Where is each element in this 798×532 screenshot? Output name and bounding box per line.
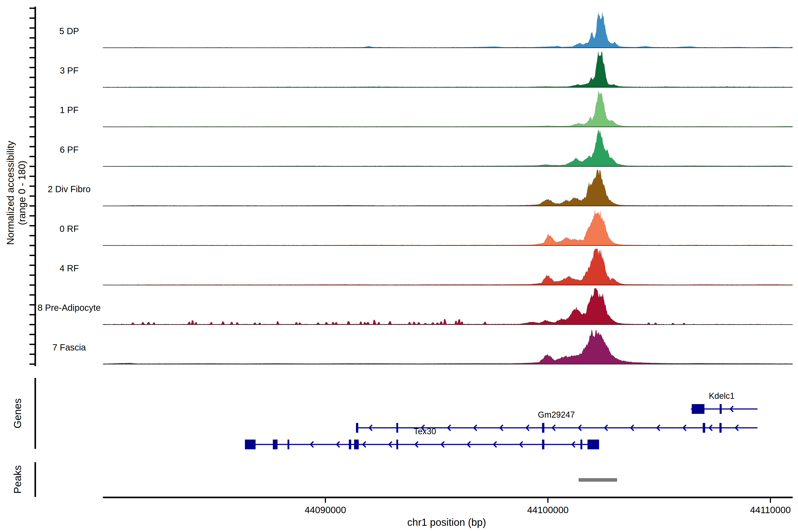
coverage-area [103,12,793,48]
x-axis-title: chr1 position (bp) [407,516,486,528]
gene-models: Kdelc1Gm29247Tex30 [245,391,758,449]
y-axis: Normalized accessibility (range 0 - 180) [5,7,35,366]
gene-exon [245,440,255,449]
gene-exon [349,440,352,449]
coverage-track-7-fascia: 7 Fascia [52,329,793,364]
coverage-track-4-rf: 4 RF [60,249,793,285]
track-label: 3 PF [60,65,78,75]
coverage-track-5-dp: 5 DP [59,12,793,48]
track-label: 7 Fascia [52,342,86,352]
track-label: 8 Pre-Adipocyte [38,303,101,312]
track-label: 1 PF [60,105,78,115]
coverage-track-6-pf: 6 PF [60,130,793,167]
coverage-track-1-pf: 1 PF [60,91,793,127]
x-tick-label: 44090000 [305,505,346,515]
peaks-section-label: Peaks [12,465,23,494]
gene-exon [720,423,722,433]
gene-label: Tex30 [414,427,436,436]
gene-exon [542,423,544,433]
gene-model-kdelc1: Kdelc1 [691,391,758,414]
track-label: 0 RF [60,224,79,234]
x-tick-label: 44100000 [527,505,569,515]
x-axis-ticks: 440900004410000044110000 [305,497,791,515]
gene-exon [396,440,398,449]
y-axis-title-line2: (range 0 - 180) [16,160,27,225]
gene-exon [287,440,289,449]
peak-bars [578,478,617,482]
gene-exon [273,440,278,449]
y-axis-title-line1: Normalized accessibility [5,141,16,245]
gene-exon [356,423,358,433]
genes-section-label: Genes [12,398,23,429]
genome-coverage-figure: Normalized accessibility (range 0 - 180)… [0,0,798,532]
gene-exon [581,440,582,449]
coverage-tracks: 5 DP3 PF1 PF6 PF2 Div Fibro0 RF4 RF8 Pre… [38,12,793,364]
track-label: 2 Div Fibro [48,184,91,194]
gene-exon [396,423,398,433]
coverage-track-3-pf: 3 PF [60,51,793,87]
coverage-track-0-rf: 0 RF [60,209,793,245]
y-axis-ticks [30,8,35,364]
gene-exon [720,404,722,414]
gene-exon [542,440,544,449]
coverage-track-2-div-fibro: 2 Div Fibro [48,170,793,206]
gene-exon [692,404,704,414]
coverage-area [103,249,793,285]
coverage-area [103,51,793,87]
gene-model-tex30: Tex30 [245,427,599,449]
gene-exon [587,440,599,449]
track-label: 5 DP [59,26,79,36]
coverage-area [103,288,793,324]
peaks-section: Peaks [12,462,617,497]
gene-exon [354,440,359,449]
genes-section: Genes Kdelc1Gm29247Tex30 [12,378,757,449]
track-label: 6 PF [60,145,78,154]
gene-label: Gm29247 [538,410,575,419]
coverage-area [103,329,793,364]
gene-label: Kdelc1 [709,391,735,401]
coverage-area [103,209,793,245]
coverage-area [103,130,793,167]
coverage-track-8-pre-adipocyte: 8 Pre-Adipocyte [38,288,793,324]
gene-exon [703,423,705,433]
x-axis: 440900004410000044110000 chr1 position (… [103,497,793,528]
coverage-area [103,170,793,206]
track-label: 4 RF [60,263,79,273]
peak-region-bar [578,478,617,482]
coverage-area [103,91,793,127]
x-tick-label: 44110000 [750,505,791,515]
